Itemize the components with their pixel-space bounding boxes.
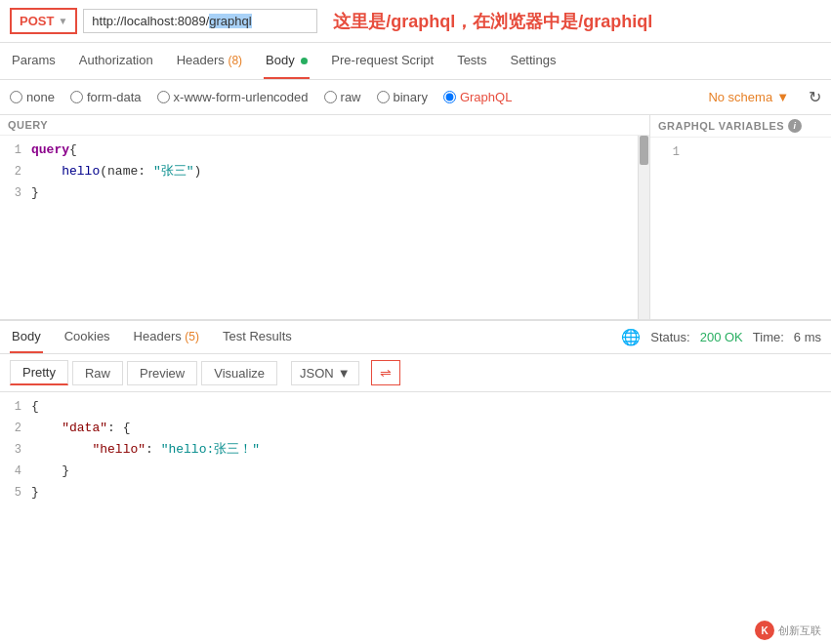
line-content-1: query{ [31,140,638,161]
type-urlencoded-radio[interactable] [157,91,170,103]
url-input[interactable]: http://localhost:8089/graphql [83,9,317,33]
response-section: Body Cookies Headers (5) Test Results 🌐 … [0,320,831,569]
footer: K 创新互联 [745,617,831,644]
json-label: JSON [300,366,334,381]
method-selector[interactable]: POST ▼ [10,8,77,34]
type-formdata-radio[interactable] [70,91,83,103]
type-binary[interactable]: binary [377,90,428,104]
json-dropdown-icon: ▼ [338,366,351,381]
resp-line-4: 4 } [0,461,831,482]
tab-settings[interactable]: Settings [508,43,558,79]
line-num-1: 1 [0,140,31,161]
main-area: QUERY 1 query{ 2 hello(name: "张三") 3 [0,115,831,320]
variables-label-text: GRAPHQL VARIABLES [658,120,784,132]
json-selector[interactable]: JSON ▼ [291,361,359,385]
type-graphql[interactable]: GraphQL [443,90,512,104]
response-body[interactable]: 1 { 2 "data": { 3 "hello": "hello:张三！" 4… [0,392,831,569]
tab-body[interactable]: Body [264,43,310,79]
scroll-thumb [640,136,648,165]
resp-content-4: } [31,461,831,482]
resp-lnum-5: 5 [0,482,31,503]
method-label: POST [20,14,54,28]
wrap-button[interactable]: ⇌ [371,360,400,385]
body-type-bar: none form-data x-www-form-urlencoded raw… [0,80,831,115]
url-bar: POST ▼ http://localhost:8089/graphql 这里是… [0,0,831,43]
resp-content-5: } [31,482,831,503]
nav-tabs: Params Authorization Headers (8) Body Pr… [0,43,831,80]
logo-text: 创新互联 [778,624,821,638]
query-label: QUERY [0,115,649,136]
fmt-raw[interactable]: Raw [72,361,123,385]
resp-headers-badge: (5) [185,330,199,343]
resp-tab-testresults[interactable]: Test Results [221,321,294,353]
code-line-3: 3 } [0,182,638,204]
schema-dropdown-icon: ▼ [776,90,789,104]
variables-editor[interactable]: 1 [650,138,831,319]
line-content-3: } [31,182,638,204]
response-status: 🌐 Status: 200 OK Time: 6 ms [621,328,821,346]
var-line-1: 1 [658,141,823,163]
tab-tests[interactable]: Tests [455,43,488,79]
resp-content-1: { [31,396,831,418]
fmt-visualize[interactable]: Visualize [201,361,277,385]
variables-label: GRAPHQL VARIABLES i [650,115,831,138]
query-scrollbar[interactable] [638,136,649,319]
query-area: QUERY 1 query{ 2 hello(name: "张三") 3 [0,115,650,319]
time-label: Time: [753,330,784,344]
tab-authorization[interactable]: Authorization [77,43,155,79]
resp-tab-body[interactable]: Body [10,321,43,353]
resp-line-1: 1 { [0,396,831,418]
type-binary-radio[interactable] [377,91,390,103]
schema-label: No schema [708,90,772,104]
code-line-2: 2 hello(name: "张三") [0,161,638,182]
resp-lnum-2: 2 [0,418,31,439]
tab-headers[interactable]: Headers (8) [175,43,244,79]
type-raw[interactable]: raw [324,90,361,104]
headers-badge: (8) [228,54,242,67]
resp-tab-headers[interactable]: Headers (5) [132,321,201,353]
variables-panel: GRAPHQL VARIABLES i 1 [650,115,831,319]
url-base: http://localhost:8089/ [92,14,209,28]
fmt-preview[interactable]: Preview [127,361,197,385]
var-line-num-1: 1 [658,141,689,163]
time-value: 6 ms [794,330,821,344]
code-line-1: 1 query{ [0,140,638,161]
body-active-dot [301,58,308,64]
type-none[interactable]: none [10,90,55,104]
schema-selector[interactable]: No schema ▼ [708,90,789,104]
resp-lnum-4: 4 [0,461,31,482]
status-label: Status: [650,330,689,344]
url-annotation: 这里是/graphql，在浏览器中是/graphiql [333,10,821,33]
variables-info-icon[interactable]: i [788,119,802,133]
resp-lnum-1: 1 [0,396,31,418]
refresh-button[interactable]: ↻ [809,88,821,106]
tab-pre-request[interactable]: Pre-request Script [329,43,436,79]
resp-lnum-3: 3 [0,439,31,461]
globe-icon: 🌐 [621,328,641,346]
type-none-radio[interactable] [10,91,22,103]
query-editor[interactable]: 1 query{ 2 hello(name: "张三") 3 } [0,136,638,319]
response-nav: Body Cookies Headers (5) Test Results 🌐 … [0,321,831,354]
format-bar: Pretty Raw Preview Visualize JSON ▼ ⇌ [0,354,831,392]
fmt-pretty[interactable]: Pretty [10,360,68,385]
line-num-2: 2 [0,161,31,182]
type-urlencoded[interactable]: x-www-form-urlencoded [157,90,309,104]
type-graphql-radio[interactable] [443,91,456,103]
resp-line-2: 2 "data": { [0,418,831,439]
resp-line-5: 5 } [0,482,831,503]
type-raw-radio[interactable] [324,91,337,103]
line-num-3: 3 [0,182,31,204]
url-highlight: graphql [209,14,251,28]
resp-content-2: "data": { [31,418,831,439]
footer-logo: K 创新互联 [755,621,821,640]
resp-tab-cookies[interactable]: Cookies [62,321,112,353]
resp-content-3: "hello": "hello:张三！" [31,439,831,461]
method-dropdown-icon: ▼ [58,16,67,26]
logo-mark: K [755,621,774,640]
tab-params[interactable]: Params [10,43,58,79]
line-content-2: hello(name: "张三") [31,161,638,182]
status-value: 200 OK [700,330,743,344]
resp-line-3: 3 "hello": "hello:张三！" [0,439,831,461]
type-formdata[interactable]: form-data [70,90,142,104]
